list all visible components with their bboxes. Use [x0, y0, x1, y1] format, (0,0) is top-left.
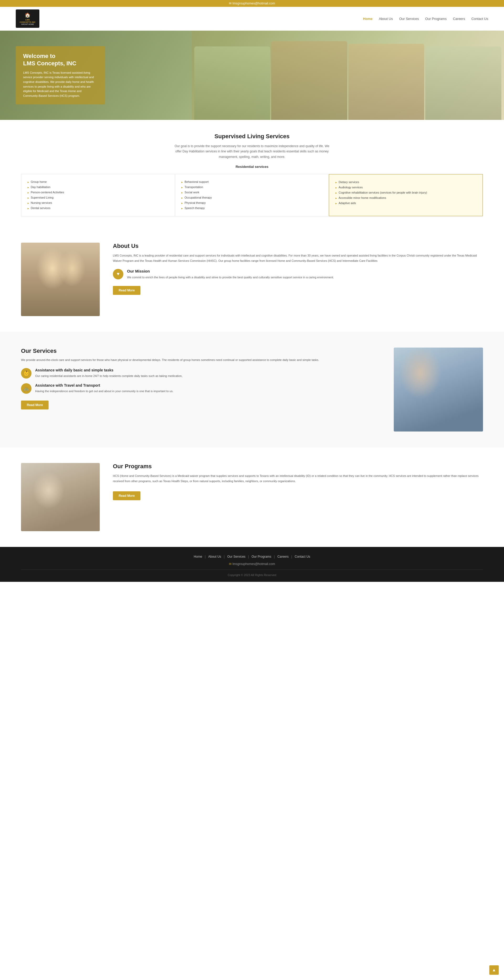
about-heading: About Us [113, 243, 483, 250]
list-item: Speech therapy [182, 206, 322, 211]
about-image [21, 243, 100, 316]
logo-line2: CONCEPTS INC [20, 21, 35, 23]
top-bar: ✉ lmsgrouphomes@hotmail.com [0, 0, 504, 7]
list-item: Occupational therapy [182, 195, 322, 200]
supervised-subtitle: Our goal is to provide the support neces… [173, 143, 331, 159]
list-item: Day habilitation [27, 185, 169, 190]
logo-sub: GROUP HOME [21, 23, 34, 25]
hero-heading: Welcome to LMS Concepts, INC [23, 52, 98, 67]
list-item: Supervised Living [27, 195, 169, 200]
hero-description: LMS Concepts, INC is Texas licensed assi… [23, 70, 98, 99]
list-item: Dietary services [335, 180, 476, 185]
footer-email: lmsgrouphomes@hotmail.com [21, 562, 483, 566]
list-item: Accessible minor home modifications [335, 196, 476, 200]
hero-photo [191, 31, 504, 120]
main-nav: Home About Us Our Services Our Programs … [363, 17, 488, 21]
residential-label: Residential services [21, 165, 483, 169]
list-item: Group home [27, 180, 169, 185]
service-item-1-heading: Assistance with daily basic and simple t… [35, 368, 182, 372]
person-silhouette-1 [194, 46, 270, 120]
mission-text: Our Mission We commit to enrich the live… [127, 269, 334, 280]
service-item-2-heading: Assistance with Travel and Transport [35, 383, 174, 387]
services-description: We provide around-the-clock care and sup… [21, 358, 381, 363]
services-list-2: Behavioral support Transportation Social… [182, 180, 322, 211]
list-item: Audiology services [335, 185, 476, 190]
mission-description: We commit to enrich the lives of people … [127, 275, 334, 280]
services-image [394, 348, 483, 431]
list-item: Adaptive aids [335, 200, 476, 206]
programs-content: Our Programs HCS (Home and Community-Bas… [113, 463, 483, 531]
footer-nav-contact[interactable]: Contact Us [295, 555, 310, 558]
logo-house-icon: 🏠 [25, 12, 30, 18]
footer-copyright: Copyright © 2023 All Rights Reserved [21, 570, 483, 577]
about-section: About Us LMS Concepts, INC is a leading … [0, 227, 504, 332]
hero-content-box: Welcome to LMS Concepts, INC LMS Concept… [16, 46, 105, 105]
service-item-1: 👶 Assistance with daily basic and simple… [21, 368, 381, 379]
footer-nav-services[interactable]: Our Services [227, 555, 246, 558]
footer-sep-1: | [205, 555, 206, 558]
programs-image [21, 463, 100, 531]
top-bar-email-icon: ✉ [229, 2, 232, 5]
services-col-1: Group home Day habilitation Person-cente… [21, 174, 175, 216]
services-heading: Our Services [21, 348, 381, 355]
footer-nav-about[interactable]: About Us [208, 555, 221, 558]
programs-heading: Our Programs [113, 463, 483, 470]
services-list-1: Group home Day habilitation Person-cente… [27, 180, 169, 211]
about-photo [21, 243, 100, 316]
mission-heading: Our Mission [127, 269, 334, 273]
footer-nav: Home | About Us | Our Services | Our Pro… [21, 555, 483, 558]
programs-section: Our Programs HCS (Home and Community-Bas… [0, 447, 504, 547]
nav-services[interactable]: Our Services [399, 17, 419, 21]
list-item: Person-centered Activities [27, 190, 169, 195]
our-services-section: Our Services We provide around-the-clock… [0, 332, 504, 447]
programs-description: HCS (Home and Community-Based Services) … [113, 474, 483, 484]
programs-photo [21, 463, 100, 531]
service-icon-2: 🚲 [21, 383, 32, 394]
services-col-3: Dietary services Audiology services Cogn… [329, 174, 483, 216]
nav-programs[interactable]: Our Programs [425, 17, 447, 21]
footer: Home | About Us | Our Services | Our Pro… [0, 547, 504, 582]
list-item: Transportation [182, 185, 322, 190]
nav-contact[interactable]: Contact Us [471, 17, 488, 21]
services-read-more-button[interactable]: Read More [21, 401, 49, 409]
nav-about[interactable]: About Us [379, 17, 393, 21]
top-bar-email-link[interactable]: lmsgrouphomes@hotmail.com [233, 2, 275, 5]
header: 🏠 LMS CONCEPTS INC GROUP HOME Home About… [0, 7, 504, 31]
list-item: Social work [182, 190, 322, 195]
services-col-2: Behavioral support Transportation Social… [175, 174, 329, 216]
nav-home[interactable]: Home [363, 17, 373, 21]
hero-section: Welcome to LMS Concepts, INC LMS Concept… [0, 31, 504, 120]
person-silhouette-4 [425, 46, 501, 120]
footer-sep-4: | [274, 555, 275, 558]
footer-nav-programs[interactable]: Our Programs [252, 555, 271, 558]
list-item: Nursing services [27, 200, 169, 206]
service-item-1-text: Assistance with daily basic and simple t… [35, 368, 182, 379]
services-grid: Group home Day habilitation Person-cente… [21, 174, 483, 216]
list-item: Cognitive rehabilitation services (servi… [335, 190, 476, 196]
service-item-2: 🚲 Assistance with Travel and Transport H… [21, 383, 381, 394]
services-photo [394, 348, 483, 431]
footer-nav-careers[interactable]: Careers [278, 555, 289, 558]
mission-icon: ♥ [113, 269, 123, 279]
nav-careers[interactable]: Careers [453, 17, 465, 21]
footer-sep-3: | [248, 555, 249, 558]
supervised-section: Supervised Living Services Our goal is t… [0, 120, 504, 227]
footer-nav-home[interactable]: Home [194, 555, 202, 558]
service-item-2-text: Assistance with Travel and Transport Hav… [35, 383, 174, 394]
logo-area: 🏠 LMS CONCEPTS INC GROUP HOME [16, 10, 39, 28]
mission-block: ♥ Our Mission We commit to enrich the li… [113, 269, 483, 280]
services-list-3: Dietary services Audiology services Cogn… [335, 180, 476, 206]
about-read-more-button[interactable]: Read More [113, 286, 140, 295]
service-item-2-desc: Having the independence and freedom to g… [35, 389, 174, 394]
services-content: Our Services We provide around-the-clock… [21, 348, 381, 431]
service-item-1-desc: Our caring residential assistants are in… [35, 374, 182, 379]
person-silhouette-2 [271, 41, 347, 120]
logo-box: 🏠 LMS CONCEPTS INC GROUP HOME [16, 10, 39, 28]
person-silhouette-3 [348, 44, 424, 120]
footer-sep-2: | [224, 555, 225, 558]
about-description: LMS Concepts, INC is a leading provider … [113, 253, 483, 264]
programs-read-more-button[interactable]: Read More [113, 491, 140, 500]
logo-line1: LMS [26, 19, 30, 21]
list-item: Physical therapy [182, 200, 322, 206]
supervised-heading: Supervised Living Services [21, 133, 483, 140]
